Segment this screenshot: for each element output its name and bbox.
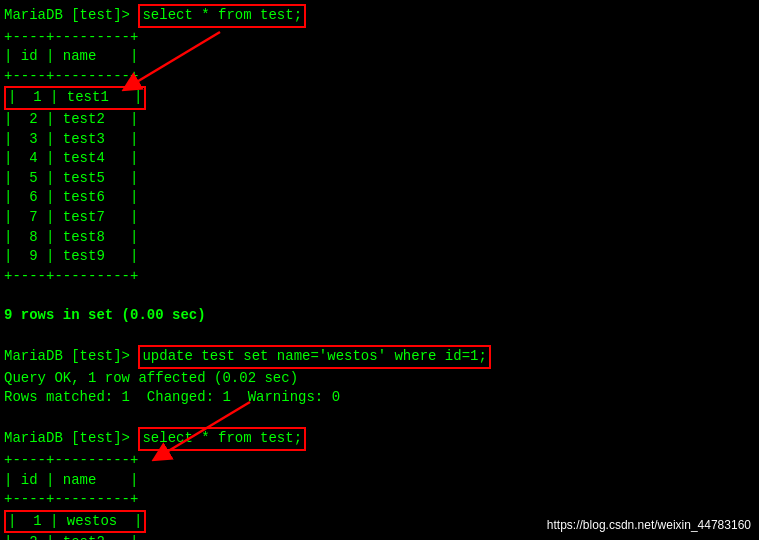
line-9: | 5 | test5 | (4, 169, 755, 189)
line-19: Query OK, 1 row affected (0.02 sec) (4, 369, 755, 389)
prompt-2: MariaDB [test]> (4, 348, 138, 364)
line-6: | 2 | test2 | (4, 110, 755, 130)
line-11: | 7 | test7 | (4, 208, 755, 228)
line-13: | 9 | test9 | (4, 247, 755, 267)
watermark: https://blog.csdn.net/weixin_44783160 (547, 517, 751, 534)
prompt-3: MariaDB [test]> (4, 430, 138, 446)
line-16: 9 rows in set (0.00 sec) (4, 306, 755, 326)
line-2: +----+---------+ (4, 28, 755, 48)
line-7: | 3 | test3 | (4, 130, 755, 150)
line-24: | id | name | (4, 471, 755, 491)
cmd-box-1: select * from test; (138, 4, 306, 28)
row-westos-box: | 1 | westos | (4, 510, 146, 534)
line-21 (4, 408, 755, 428)
line-25: +----+---------+ (4, 490, 755, 510)
terminal: MariaDB [test]> select * from test; +---… (0, 0, 759, 540)
line-14: +----+---------+ (4, 267, 755, 287)
line-27: | 2 | test2 | (4, 533, 755, 540)
line-17 (4, 326, 755, 346)
line-4: +----+---------+ (4, 67, 755, 87)
line-22: MariaDB [test]> select * from test; (4, 427, 755, 451)
line-23: +----+---------+ (4, 451, 755, 471)
line-20: Rows matched: 1 Changed: 1 Warnings: 0 (4, 388, 755, 408)
cmd-box-2: update test set name='westos' where id=1… (138, 345, 490, 369)
cmd-box-3: select * from test; (138, 427, 306, 451)
prompt-1: MariaDB [test]> (4, 7, 138, 23)
row-1-box: | 1 | test1 | (4, 86, 146, 110)
line-5-highlight: | 1 | test1 | (4, 86, 755, 110)
line-1: MariaDB [test]> select * from test; (4, 4, 755, 28)
line-3: | id | name | (4, 47, 755, 67)
line-12: | 8 | test8 | (4, 228, 755, 248)
line-10: | 6 | test6 | (4, 188, 755, 208)
line-18: MariaDB [test]> update test set name='we… (4, 345, 755, 369)
line-8: | 4 | test4 | (4, 149, 755, 169)
line-15 (4, 286, 755, 306)
